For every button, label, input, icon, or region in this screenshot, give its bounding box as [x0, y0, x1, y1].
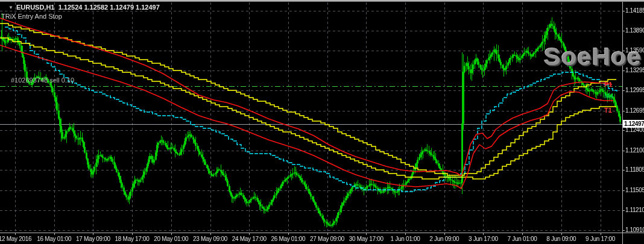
time-axis-label: 27 May 09:00 — [310, 236, 344, 242]
open-order-label[interactable]: #102693748 sell 0.10 — [11, 77, 74, 84]
price-axis-label: 1.12695 — [625, 107, 644, 114]
time-axis-label: 23 May 09:00 — [193, 236, 227, 242]
time-axis-label: 16 May 01:00 — [37, 236, 71, 242]
time-axis-label: 2 Jun 09:00 — [429, 236, 459, 242]
window-top-border — [0, 0, 644, 2]
chart-window: SoeHoe ▼EURUSD,H1 1.12524 1.12582 1.1247… — [0, 0, 644, 244]
price-axis-label: 1.13890 — [625, 27, 644, 34]
line-end-label-p1: P1 — [604, 81, 612, 88]
price-axis-label: 1.11505 — [625, 187, 644, 193]
time-axis-label: 12 May 2016 — [0, 236, 31, 242]
time-axis-label: 20 May 01:00 — [154, 236, 188, 242]
price-axis-label: 1.13590 — [625, 47, 644, 54]
time-axis-label: 1 Jun 01:00 — [391, 236, 420, 242]
price-axis-label: 1.12995 — [625, 87, 644, 93]
price-axis-label: 1.12400 — [625, 127, 644, 133]
chart-marker-icon: ▼ — [8, 5, 13, 10]
line-end-label-t1: T1 — [604, 107, 612, 114]
ohlc-values: 1.12524 1.12582 1.12479 1.12497 — [58, 4, 160, 11]
time-axis-label: 26 May 01:00 — [271, 236, 305, 242]
price-axis-label: 1.12100 — [625, 147, 644, 154]
time-axis-label: 30 May 17:00 — [349, 236, 384, 242]
price-axis-label: 1.13295 — [625, 67, 644, 74]
time-axis-label: 18 May 17:00 — [115, 236, 150, 242]
line-end-label-m4: M4 — [604, 92, 613, 99]
price-axis-label: 1.14185 — [625, 7, 644, 14]
price-axis-label: 1.10910 — [625, 227, 644, 233]
time-axis-label: 7 Jun 01:00 — [508, 236, 537, 242]
symbol-timeframe: EURUSD,H1 — [16, 4, 55, 11]
price-axis-label: 1.11210 — [625, 207, 644, 213]
time-axis-label: 8 Jun 09:00 — [546, 236, 576, 242]
price-chart-canvas[interactable] — [0, 0, 644, 244]
chart-title: ▼EURUSD,H1 1.12524 1.12582 1.12479 1.124… — [8, 4, 160, 11]
time-axis-label: 9 Jun 17:00 — [586, 236, 615, 242]
time-axis-label: 24 May 17:00 — [232, 236, 267, 242]
price-axis-label: 1.11805 — [625, 166, 644, 173]
time-axis-label: 3 Jun 17:00 — [469, 236, 498, 242]
time-axis-label: 17 May 09:00 — [76, 236, 110, 242]
indicator-name-label: TRiX Entry And Stop — [1, 13, 62, 20]
current-price-badge: 1.12497 — [623, 120, 644, 128]
